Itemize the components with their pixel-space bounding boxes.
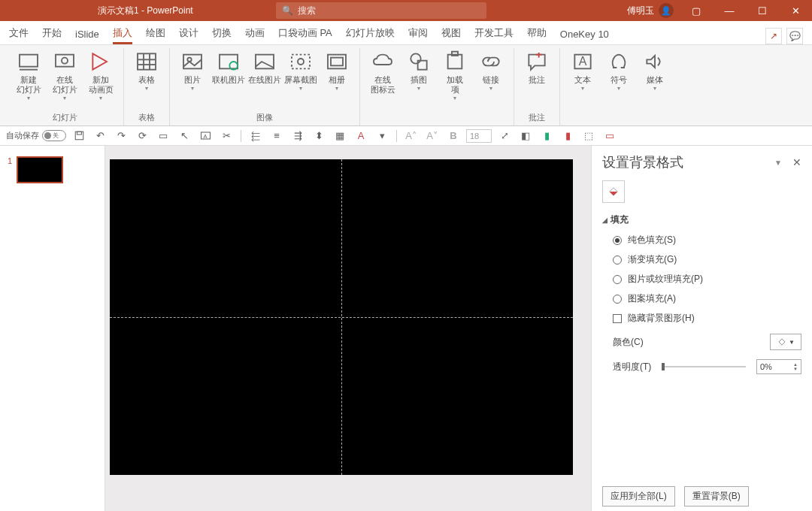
- online-picture-button[interactable]: 联机图片: [212, 50, 245, 85]
- tab-pocket-anim[interactable]: 口袋动画 PA: [278, 26, 332, 44]
- search-box[interactable]: 🔍 搜索: [276, 2, 486, 19]
- media-button[interactable]: 媒体▾: [638, 50, 671, 92]
- svg-rect-26: [75, 132, 83, 140]
- pattern-fill-radio[interactable]: 图案填充(A): [613, 292, 801, 305]
- transparency-input[interactable]: 0% ▲▼: [756, 359, 801, 374]
- font-size-input[interactable]: 18: [466, 129, 492, 143]
- reset-bg-button[interactable]: 重置背景(B): [684, 486, 749, 506]
- picture-icon: [180, 50, 205, 74]
- symbol-button[interactable]: 符号▾: [602, 50, 635, 92]
- tab-slideshow[interactable]: 幻灯片放映: [346, 26, 395, 44]
- save-button[interactable]: [71, 129, 87, 144]
- anim-page-button[interactable]: 新加动画页▾: [84, 50, 117, 101]
- qat-tool-1[interactable]: ✂: [218, 129, 235, 144]
- tab-developer[interactable]: 开发工具: [474, 26, 514, 44]
- svg-rect-0: [20, 55, 38, 67]
- svg-text:A: A: [579, 55, 587, 68]
- tab-animations[interactable]: 动画: [245, 26, 265, 44]
- icon-cloud-button[interactable]: 在线图标云: [366, 50, 399, 95]
- fill-bucket-icon[interactable]: [602, 180, 625, 203]
- pane-options-button[interactable]: ▼: [774, 159, 782, 167]
- tab-home[interactable]: 开始: [42, 26, 62, 44]
- tab-view[interactable]: 视图: [441, 26, 461, 44]
- qat-tool-4[interactable]: ◧: [517, 129, 534, 144]
- comments-button[interactable]: 💬: [786, 28, 803, 44]
- tab-islide[interactable]: iSlide: [75, 29, 99, 44]
- web-picture-button[interactable]: 在线图片: [248, 50, 281, 85]
- increase-font-button[interactable]: A˄: [403, 129, 420, 144]
- slide[interactable]: [110, 159, 573, 475]
- align-left-button[interactable]: ⬱: [247, 129, 264, 144]
- ribbon: 新建幻灯片▾ 在线幻灯片▾ 新加动画页▾ 幻灯片 表格▾ 表格 图片: [0, 45, 812, 126]
- picture-button[interactable]: 图片▾: [176, 50, 209, 92]
- redo-button[interactable]: ↷: [113, 129, 129, 144]
- bold-button[interactable]: B: [445, 129, 462, 144]
- svg-point-15: [298, 59, 304, 65]
- illustration-button[interactable]: 插图▾: [402, 50, 435, 92]
- search-placeholder: 搜索: [298, 5, 316, 17]
- undo-button[interactable]: ↶: [92, 129, 108, 144]
- slide-canvas[interactable]: [105, 146, 591, 511]
- tab-transitions[interactable]: 切换: [212, 26, 232, 44]
- cursor-tool[interactable]: ↖: [176, 129, 192, 144]
- search-icon: 🔍: [282, 5, 293, 16]
- tab-review[interactable]: 审阅: [408, 26, 428, 44]
- qat-tool-2[interactable]: ▦: [332, 129, 348, 144]
- hide-bg-checkbox[interactable]: 隐藏背景图形(H): [613, 312, 801, 325]
- cloud-icon: [371, 50, 395, 74]
- autosave-toggle[interactable]: 自动保存 关: [6, 130, 66, 141]
- align-right-button[interactable]: ⇶: [289, 129, 306, 144]
- pane-close-button[interactable]: ✕: [792, 156, 801, 168]
- link-button[interactable]: 链接▾: [474, 50, 508, 92]
- slideshow-button[interactable]: ▭: [155, 129, 171, 144]
- user-info[interactable]: 傅明玉 👤: [627, 3, 674, 18]
- decrease-font-button[interactable]: A˅: [424, 129, 441, 144]
- font-color-button[interactable]: A: [353, 129, 369, 144]
- qat-tool-7[interactable]: ⬚: [580, 129, 597, 144]
- maximize-button[interactable]: ☐: [746, 0, 779, 21]
- distribute-button[interactable]: ⬍: [311, 129, 327, 144]
- qat-tool-3[interactable]: ⤢: [496, 129, 513, 144]
- qat-tool-6[interactable]: ▮: [559, 129, 576, 144]
- qat-tool-5[interactable]: ▮: [538, 129, 555, 144]
- align-center-button[interactable]: ≡: [268, 129, 285, 144]
- textbox-tool[interactable]: A: [197, 129, 214, 144]
- group-icons: 在线图标云 插图▾ 加载项▾ 链接▾: [360, 48, 514, 125]
- thumbnail-1[interactable]: 1: [8, 156, 97, 183]
- chevron-down-icon[interactable]: ▾: [374, 129, 390, 144]
- tab-help[interactable]: 帮助: [527, 26, 547, 44]
- solid-fill-radio[interactable]: 纯色填充(S): [613, 234, 801, 246]
- addin-button[interactable]: 加载项▾: [438, 50, 471, 101]
- text-button[interactable]: A 文本▾: [566, 50, 599, 92]
- picture-fill-radio[interactable]: 图片或纹理填充(P): [613, 273, 801, 286]
- qat-tool-8[interactable]: ▭: [601, 129, 618, 144]
- transparency-slider[interactable]: [662, 366, 746, 367]
- minimize-button[interactable]: —: [713, 0, 746, 21]
- screenshot-icon: [289, 50, 313, 74]
- table-button[interactable]: 表格▾: [130, 50, 163, 92]
- share-button[interactable]: ↗: [765, 28, 782, 44]
- color-picker[interactable]: ▼: [770, 334, 801, 350]
- svg-rect-20: [448, 55, 462, 69]
- screenshot-button[interactable]: 屏幕截图▾: [284, 50, 317, 92]
- tab-onekey[interactable]: OneKey 10: [560, 29, 609, 44]
- online-slide-button[interactable]: 在线幻灯片▾: [48, 50, 81, 101]
- fill-section-header[interactable]: ◢ 填充: [602, 213, 801, 226]
- collapse-triangle-icon: ◢: [602, 216, 607, 224]
- tab-draw[interactable]: 绘图: [146, 26, 165, 44]
- comment-button[interactable]: 批注: [520, 50, 553, 85]
- group-slides: 新建幻灯片▾ 在线幻灯片▾ 新加动画页▾ 幻灯片: [6, 48, 124, 125]
- apply-all-button[interactable]: 应用到全部(L): [602, 486, 675, 506]
- close-button[interactable]: ✕: [779, 0, 812, 21]
- tab-design[interactable]: 设计: [179, 26, 198, 44]
- new-slide-button[interactable]: 新建幻灯片▾: [12, 50, 45, 101]
- album-button[interactable]: 相册▾: [320, 50, 353, 92]
- guide-horizontal: [110, 317, 573, 318]
- tab-file[interactable]: 文件: [9, 26, 29, 44]
- gradient-fill-radio[interactable]: 渐变填充(G): [613, 253, 801, 266]
- tab-insert[interactable]: 插入: [113, 26, 132, 44]
- transparency-row: 透明度(T) 0% ▲▼: [613, 359, 801, 374]
- repeat-button[interactable]: ⟳: [134, 129, 150, 144]
- ribbon-display-button[interactable]: ▢: [680, 0, 713, 21]
- online-slide-icon: [53, 50, 77, 74]
